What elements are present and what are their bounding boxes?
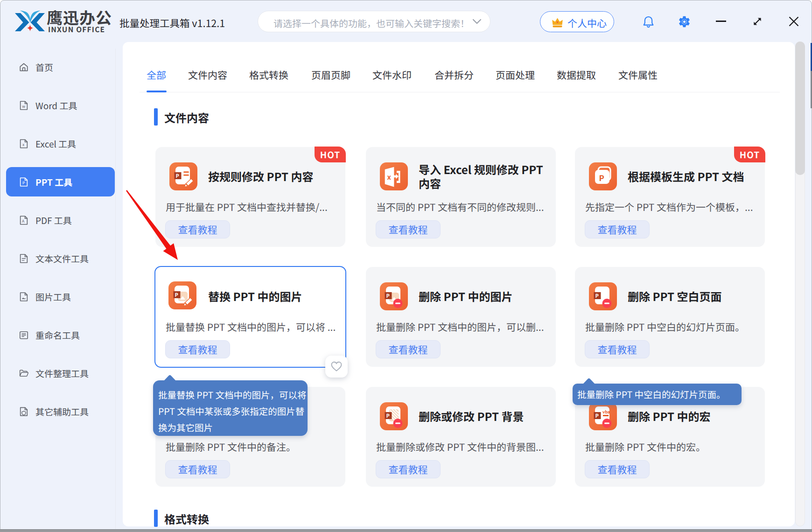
svg-text:A: A: [22, 218, 25, 224]
svg-text:P: P: [386, 292, 390, 299]
svg-text:P: P: [176, 172, 179, 179]
svg-text:P: P: [599, 172, 604, 183]
svg-text:P: P: [595, 412, 599, 419]
svg-text:vba: vba: [602, 409, 610, 415]
svg-text:w: w: [22, 103, 25, 109]
svg-text:P: P: [595, 292, 599, 299]
svg-text:x: x: [22, 141, 25, 147]
svg-text:P: P: [22, 180, 25, 186]
svg-text:P: P: [386, 412, 390, 419]
svg-text:x: x: [387, 172, 392, 182]
svg-text:P: P: [175, 291, 178, 298]
